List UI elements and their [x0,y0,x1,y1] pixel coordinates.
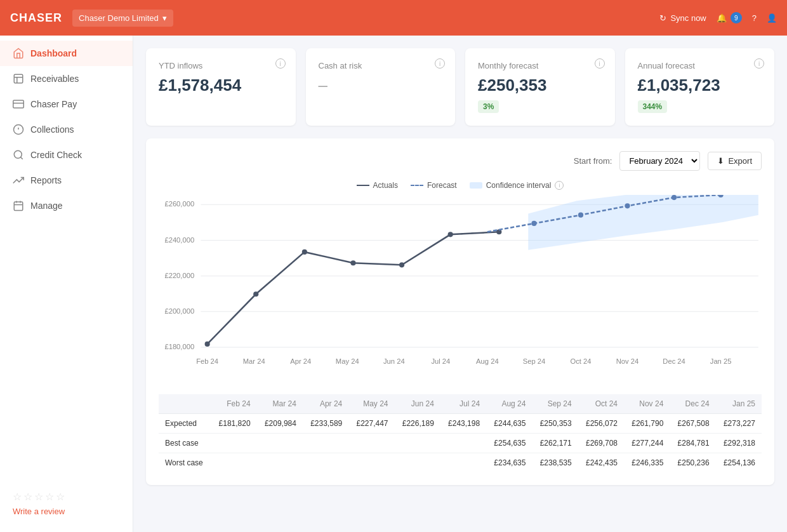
star-2[interactable]: ☆ [23,491,32,503]
legend-confidence-label: Confidence interval [486,181,552,190]
star-1[interactable]: ☆ [13,491,22,503]
sync-button[interactable]: ↻ Sync now [659,13,706,23]
cell-worst-feb [211,453,256,473]
notification-badge: 9 [731,12,742,23]
cell-expected-jun: £226,189 [395,414,440,434]
svg-text:£180,000: £180,000 [164,343,194,350]
sidebar-item-receivables[interactable]: Receivables [0,66,133,91]
help-button[interactable]: ? [752,13,757,23]
cell-worst-may [348,453,394,473]
chart-section: Start from: February 2024 ⬇ Export Actua… [146,138,774,485]
company-selector[interactable]: Chaser Demo Limited ▾ [72,10,173,27]
star-4[interactable]: ☆ [45,491,54,503]
cell-best-aug: £254,635 [486,434,532,453]
summary-cards: i YTD inflows £1,578,454 i Cash at risk … [146,48,774,126]
sidebar-item-dashboard-label: Dashboard [30,48,77,58]
sidebar-item-collections-label: Collections [30,124,74,135]
cell-worst-sep: £238,535 [532,453,578,473]
sidebar-item-reports[interactable]: Reports [0,168,133,193]
star-3[interactable]: ☆ [34,491,43,503]
chart-legend: Actuals Forecast Confidence interval i [159,181,762,190]
col-header-feb24: Feb 24 [211,394,256,414]
star-rating: ☆ ☆ ☆ ☆ ☆ [13,491,120,503]
cell-expected-aug: £244,635 [486,414,532,434]
col-header-sep24: Sep 24 [532,394,578,414]
start-from-label: Start from: [574,156,612,166]
dot-mar [253,291,258,296]
reports-icon [13,175,24,186]
cell-worst-nov: £246,335 [624,453,670,473]
monthly-info-icon[interactable]: i [595,58,605,69]
svg-text:Sep 24: Sep 24 [523,357,546,365]
sidebar: Dashboard Receivables Chaser Pay Collect… [0,36,133,532]
dot-nov [625,203,630,208]
sync-icon: ↻ [659,13,666,23]
sidebar-item-dashboard[interactable]: Dashboard [0,41,133,66]
cell-best-jan: £292,318 [716,434,762,453]
forecast-chart: £260,000 £240,000 £220,000 £200,000 £180… [159,195,762,389]
monthly-value: £250,353 [478,76,602,95]
col-header-label [159,394,211,414]
sidebar-item-collections[interactable]: Collections [0,117,133,142]
svg-text:£260,000: £260,000 [164,200,194,208]
annual-info-icon[interactable]: i [754,58,764,69]
svg-text:£220,000: £220,000 [164,272,194,279]
legend-confidence-band [470,182,482,189]
cash-risk-label: Cash at risk [319,61,443,70]
user-icon: 👤 [767,13,777,23]
col-header-jan25: Jan 25 [716,394,762,414]
star-5[interactable]: ☆ [56,491,65,503]
cell-best-jun [395,434,440,453]
col-header-apr24: Apr 24 [303,394,348,414]
dot-sep [531,221,536,226]
col-header-dec24: Dec 24 [670,394,715,414]
card-monthly-forecast: i Monthly forecast £250,353 3% [465,48,615,126]
credit-check-icon [13,149,24,161]
ytd-info-icon[interactable]: i [275,58,286,69]
cell-worst-aug: £234,635 [486,453,532,473]
cash-risk-info-icon[interactable]: i [435,58,445,69]
cell-best-sep: £262,171 [532,434,578,453]
sidebar-item-credit-check-label: Credit Check [30,150,82,160]
dot-apr [302,249,307,255]
notifications-button[interactable]: 🔔 9 [717,12,742,23]
download-icon: ⬇ [717,156,724,166]
dot-jun [399,262,404,267]
annual-value: £1,035,723 [638,76,762,95]
svg-text:May 24: May 24 [336,357,359,365]
svg-text:Feb 24: Feb 24 [196,357,218,365]
sidebar-item-chaser-pay-label: Chaser Pay [30,99,77,109]
cell-expected-may: £227,447 [348,414,394,434]
svg-rect-0 [14,74,23,83]
svg-text:Jul 24: Jul 24 [431,357,450,365]
cell-best-may [348,434,394,453]
chevron-down-icon: ▾ [162,13,167,23]
write-review-link[interactable]: Write a review [13,507,65,516]
cell-expected-dec: £267,508 [670,414,715,434]
cell-best-jul [440,434,486,453]
cell-worst-jul [440,453,486,473]
ytd-value: £1,578,454 [159,76,283,95]
confidence-info-icon[interactable]: i [555,181,564,190]
legend-forecast-label: Forecast [427,181,457,190]
app-logo: CHASER [10,11,62,25]
receivables-icon [13,73,24,84]
sidebar-item-credit-check[interactable]: Credit Check [0,142,133,168]
export-button[interactable]: ⬇ Export [708,152,762,170]
sidebar-item-chaser-pay[interactable]: Chaser Pay [0,91,133,117]
cell-worst-mar [257,453,303,473]
app-body: Dashboard Receivables Chaser Pay Collect… [0,36,787,532]
card-ytd-inflows: i YTD inflows £1,578,454 [146,48,296,126]
svg-text:Nov 24: Nov 24 [616,357,639,365]
row-worstcase-label: Worst case [159,453,211,473]
svg-text:Oct 24: Oct 24 [570,357,591,365]
cell-expected-mar: £209,984 [257,414,303,434]
cell-best-apr [303,434,348,453]
sidebar-item-manage[interactable]: Manage [0,193,133,218]
svg-text:Apr 24: Apr 24 [290,357,311,365]
svg-text:Jan 25: Jan 25 [710,357,732,365]
dot-dec [671,195,677,200]
user-button[interactable]: 👤 [767,13,777,23]
start-from-select[interactable]: February 2024 [619,151,700,171]
svg-point-8 [14,150,22,158]
